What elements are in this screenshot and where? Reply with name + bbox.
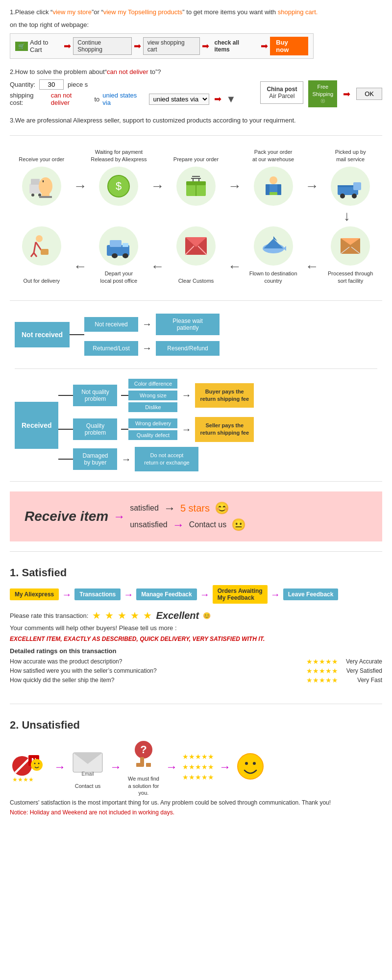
receive-item-title: Receive item [24, 509, 108, 524]
nr-row1: Not received → Please waitpatiently [84, 314, 220, 335]
star2: ★ [105, 610, 114, 621]
ok-button[interactable]: OK [356, 88, 382, 100]
step6-icon [22, 226, 61, 266]
svg-rect-24 [353, 182, 361, 190]
rating-result-3: Very Fast [338, 677, 382, 684]
qty-row: Quantity: piece s [10, 79, 236, 90]
damaged-label: Damagedby buyer [73, 448, 117, 470]
unsat-flow: N ★★★★ → [10, 737, 382, 796]
svg-text:Email: Email [81, 771, 94, 777]
step-my-aliexpress[interactable]: My Aliexpress [10, 588, 59, 600]
not-received-branches: Not received → Please waitpatiently Retu… [70, 311, 220, 359]
svg-rect-6 [39, 196, 52, 198]
cannot-deliver-text: can not deliver [107, 68, 148, 75]
received-branches: Not qualityproblem Color difference Wron… [58, 379, 254, 472]
step4-icon [254, 167, 293, 206]
rating-stars-1: ★★★★★ [306, 658, 338, 665]
continue-shopping-btn[interactable]: Continue Shopping [73, 37, 131, 55]
shipping-row: shipping cost: can not deliver to unied … [10, 92, 236, 106]
svg-point-35 [112, 253, 118, 258]
nq-item2: Wrong size [128, 391, 177, 400]
cart-icon: 🛒 [15, 42, 28, 51]
arrow-bot-2: ← [150, 259, 164, 274]
arrow-free: ➡ [343, 89, 350, 99]
process-step-4: Pack your orderat our warehouse [242, 148, 305, 206]
step-leave-feedback[interactable]: Leave Feedback [283, 588, 339, 600]
rating-row-3: How quickly did the seller ship the item… [10, 676, 382, 684]
rating-stars-3: ★★★★★ [306, 676, 338, 684]
cart-step-add[interactable]: 🛒 Add to Cart [15, 39, 62, 53]
process-step-6: Out for delivery [10, 226, 74, 288]
dropdown-arrow[interactable]: ▼ [226, 94, 236, 105]
view-cart-btn[interactable]: view shopping cart [143, 37, 200, 55]
nr-line1 [70, 334, 84, 335]
arrow-top-2: → [150, 178, 164, 194]
q-item1: Wrong delivery [128, 418, 177, 428]
nq-line [58, 395, 73, 396]
receive-item-row: Receive item → satisfied → 5 stars 😊 uns… [24, 501, 368, 532]
ri-emoji-happy: 😊 [215, 501, 229, 515]
step2-label: Waiting for paymentReleased by Aliexpres… [91, 148, 147, 163]
process-step-3: Prepare your order [164, 148, 228, 206]
china-post-sub: Air Parcel [267, 93, 297, 99]
divider2 [10, 300, 382, 301]
rating-label-3: How quickly did the seller ship the item… [10, 677, 306, 684]
section1-text: 1.Please click “view my store”or “view m… [10, 7, 382, 17]
nq-items-row: Color difference Wrong size Dislike [121, 379, 177, 412]
ri-unsatisfied-row: unsatisfied → Contact us 😐 [130, 518, 246, 532]
section2-layout: Quantity: piece s shipping cost: can not… [10, 77, 382, 108]
step9-icon [254, 226, 293, 266]
arrow-select: ➡ [214, 94, 221, 104]
divider5 [10, 551, 382, 552]
cart-step-view[interactable]: view shopping cart [143, 37, 200, 55]
svg-point-28 [36, 235, 43, 242]
link-topselling[interactable]: view my Topselling products [103, 8, 183, 16]
not-received-sub1: Not received [84, 317, 138, 332]
section2-right: China post Air Parcel FreeShipping☉ ➡ OK [250, 77, 382, 107]
step1-icon [22, 167, 61, 206]
shipping-to: to [94, 96, 99, 103]
china-post-info: China post Air Parcel [260, 81, 303, 104]
step-orders-awaiting[interactable]: Orders AwaitingMy Feedback [213, 585, 268, 604]
divider1 [10, 135, 382, 136]
svg-rect-65 [136, 763, 141, 767]
rating-stars-2: ★★★★★ [306, 667, 338, 675]
buy-now-btn[interactable]: Buy now [270, 37, 308, 55]
svg-point-55 [31, 759, 43, 771]
unsat-icon-4: ★★★★★ ★★★★★ ★★★★★ [182, 752, 214, 783]
arrow-down: ↓ [10, 208, 382, 224]
step7-icon [99, 226, 138, 266]
qty-input[interactable] [39, 79, 64, 90]
arrow2: ➡ [134, 41, 141, 51]
cart-step-continue[interactable]: Continue Shopping [73, 37, 131, 55]
shipping-select[interactable]: unied states via [149, 94, 209, 105]
not-received-block: Not received Not received → Please waitp… [15, 311, 377, 359]
q-items-col: Wrong delivery Quality defect [128, 418, 177, 440]
link-view-store[interactable]: view my store [52, 8, 91, 16]
star3: ★ [118, 610, 126, 621]
ri-arrow1: → [113, 510, 125, 523]
rating-row-2: How satisfied were you with the seller’s… [10, 667, 382, 675]
step-transactions[interactable]: Transactions [74, 588, 121, 600]
svg-point-25 [340, 194, 345, 198]
nr-vert-container: Not received → Please waitpatiently Retu… [84, 311, 220, 359]
step-manage-feedback[interactable]: Manage Feedback [136, 588, 196, 600]
china-post-container: China post Air Parcel FreeShipping☉ ➡ OK [250, 77, 382, 107]
shopping-cart-text: shopping cart. [278, 8, 318, 16]
rate-row: Please rate this transaction: ★ ★ ★ ★ ★ … [10, 610, 382, 621]
process-top-row: Receive your order → Waiting for payment… [10, 148, 382, 206]
nq-result: Buyer pays thereturn shipping fee [195, 383, 254, 408]
process-section: Receive your order → Waiting for payment… [10, 143, 382, 293]
process-step-7: Depart yourlocal post office [87, 226, 151, 288]
unsat-step-5 [236, 752, 265, 783]
ri-unsatisfied-text: unsatisfied [130, 520, 168, 529]
svg-rect-21 [277, 184, 281, 195]
nq-row: Not qualityproblem Color difference Wron… [73, 379, 254, 412]
china-post-title: China post [267, 86, 297, 93]
damaged-arrow: → [121, 454, 131, 465]
q-item2: Quality defect [128, 430, 177, 440]
shipping-ship-row: FreeShipping☉ ➡ OK [308, 80, 382, 107]
notice-red: Notice: Holiday and Weekend are not incl… [10, 809, 382, 816]
q-item2-row: Quality defect [128, 430, 177, 440]
cart-step-buy[interactable]: Buy now [270, 37, 308, 55]
